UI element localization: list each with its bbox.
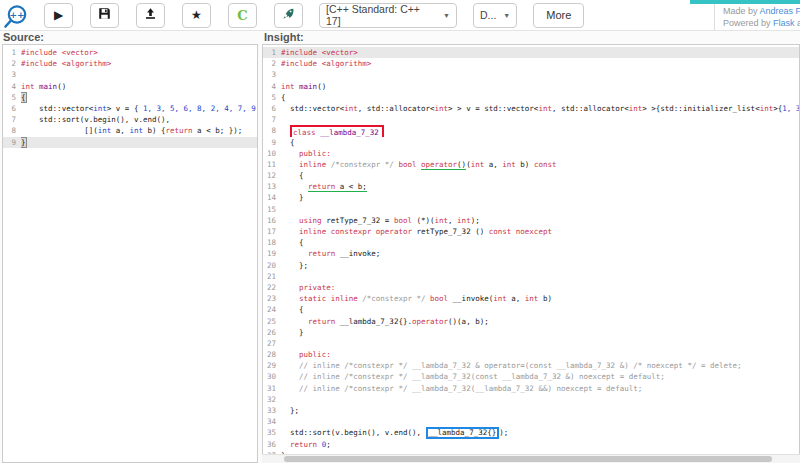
code-line: 34: [263, 416, 799, 427]
line-number: 15: [263, 204, 281, 215]
credits: Made by Andreas Fert Powered by Flask an…: [714, 4, 800, 30]
line-number: 35: [263, 427, 281, 438]
code-line: 26 }: [263, 327, 799, 338]
made-by-line: Made by Andreas Fert: [723, 5, 800, 17]
code-line: 29 // inline /*constexpr */ __lambda_7_3…: [263, 360, 799, 371]
code-line: 33 };: [263, 405, 799, 416]
insight-output-pane[interactable]: 1#include <vector>2#include <algorithm>3…: [262, 44, 800, 463]
line-number: 36: [263, 439, 281, 450]
line-number: 27: [263, 338, 281, 349]
insight-horizontal-scrollbar[interactable]: [262, 454, 800, 463]
source-code-area: 1#include <vector>2#include <algorithm>3…: [3, 45, 257, 148]
author-link[interactable]: Andreas Fert: [760, 6, 800, 16]
code-line: 7: [263, 114, 799, 125]
options-select-value: D...: [480, 9, 496, 21]
line-number: 13: [263, 181, 281, 192]
code-line: 3: [263, 69, 799, 80]
line-number: 30: [263, 371, 281, 382]
line-number: 9: [3, 137, 21, 148]
play-icon: ▶: [54, 9, 63, 21]
more-button-label: More: [546, 9, 571, 21]
toolbar: ++ ▶ ★ C [C++ Standard: C++ 17]: [0, 0, 800, 31]
line-number: 6: [263, 103, 281, 114]
line-number: 24: [263, 304, 281, 315]
code-line: 3: [3, 69, 257, 80]
line-number: 5: [263, 92, 281, 103]
code-line: 17 inline constexpr operator retType_7_3…: [263, 226, 799, 237]
cpp-standard-value: [C++ Standard: C++ 17]: [326, 3, 436, 27]
line-number: 14: [263, 192, 281, 203]
blue-highlight-box: __lambda_7_32{}: [426, 427, 500, 438]
line-number: 1: [3, 47, 21, 58]
run-button[interactable]: ▶: [44, 3, 73, 28]
top-ribbon-strip: [690, 0, 800, 4]
line-number: 19: [263, 248, 281, 259]
code-line: 4int main(): [3, 81, 257, 92]
line-number: 34: [263, 416, 281, 427]
line-number: 8: [3, 125, 21, 136]
code-line: 15: [263, 204, 799, 215]
line-number: 4: [263, 81, 281, 92]
code-line: 31 // inline /*constexpr */ __lambda_7_3…: [263, 383, 799, 394]
share-button[interactable]: [136, 3, 165, 28]
line-number: 3: [3, 69, 21, 80]
code-line: 20 };: [263, 260, 799, 271]
line-number: 18: [263, 237, 281, 248]
line-number: 7: [263, 114, 281, 125]
code-line: 9 {: [263, 137, 799, 148]
scrollbar-thumb[interactable]: [284, 456, 772, 462]
code-line: 1#include <vector>: [263, 47, 799, 58]
flask-link[interactable]: Flask: [773, 18, 795, 28]
bookmark-button[interactable]: ★: [182, 3, 211, 28]
source-pane-label: Source:: [3, 31, 44, 44]
line-number: 16: [263, 215, 281, 226]
code-line: 1#include <vector>: [3, 47, 257, 58]
insight-code-area: 1#include <vector>2#include <algorithm>3…: [263, 45, 799, 461]
code-line: 2#include <algorithm>: [263, 58, 799, 69]
line-number: 17: [263, 226, 281, 237]
line-number: 23: [263, 293, 281, 304]
line-number: 3: [263, 69, 281, 80]
code-line: 14 }: [263, 192, 799, 203]
line-number: 29: [263, 360, 281, 371]
code-line: 7 std::sort(v.begin(), v.end(),: [3, 114, 257, 125]
more-button[interactable]: More: [533, 3, 584, 28]
line-number: 7: [3, 114, 21, 125]
options-select[interactable]: D... ▼: [473, 3, 517, 28]
line-number: 6: [3, 103, 21, 114]
line-number: 26: [263, 327, 281, 338]
code-line: 9}: [3, 137, 257, 148]
code-line: 35 std::sort(v.begin(), v.end(), __lambd…: [263, 427, 799, 438]
rocket-icon: [282, 7, 295, 23]
code-line: 23 static inline /*constexpr */ bool __i…: [263, 293, 799, 304]
line-number: 2: [263, 58, 281, 69]
line-number: 11: [263, 159, 281, 170]
line-number: 10: [263, 148, 281, 159]
save-button[interactable]: [90, 3, 119, 28]
cpp-insights-link-button[interactable]: C: [228, 3, 257, 28]
line-number: 1: [263, 47, 281, 58]
code-line: 8 [](int a, int b) {return a < b; });: [3, 125, 257, 136]
code-line: 16 using retType_7_32 = bool (*)(int, in…: [263, 215, 799, 226]
code-line: 6 std::vector<int, std::allocator<int> >…: [263, 103, 799, 114]
code-line: 12 {: [263, 170, 799, 181]
line-number: 33: [263, 405, 281, 416]
cpp-insights-logo-icon[interactable]: ++: [3, 3, 29, 29]
line-number: 2: [3, 58, 21, 69]
code-line: 4int main(): [263, 81, 799, 92]
line-number: 12: [263, 170, 281, 181]
compiler-explorer-button[interactable]: [274, 3, 303, 28]
code-line: 8 class __lambda_7_32: [263, 125, 799, 136]
line-number: 8: [263, 125, 281, 136]
chevron-down-icon: ▼: [503, 12, 510, 19]
source-code-editor[interactable]: 1#include <vector>2#include <algorithm>3…: [2, 44, 258, 463]
code-line: 11 inline /*constexpr */ bool operator()…: [263, 159, 799, 170]
code-line: 24 {: [263, 304, 799, 315]
line-number: 4: [3, 81, 21, 92]
code-line: 5{: [3, 92, 257, 103]
line-number: 21: [263, 271, 281, 282]
code-line: 25 return __lambda_7_32{}.operator()(a, …: [263, 316, 799, 327]
cpp-standard-select[interactable]: [C++ Standard: C++ 17] ▼: [319, 3, 457, 28]
line-number: 28: [263, 349, 281, 360]
code-line: 27: [263, 338, 799, 349]
